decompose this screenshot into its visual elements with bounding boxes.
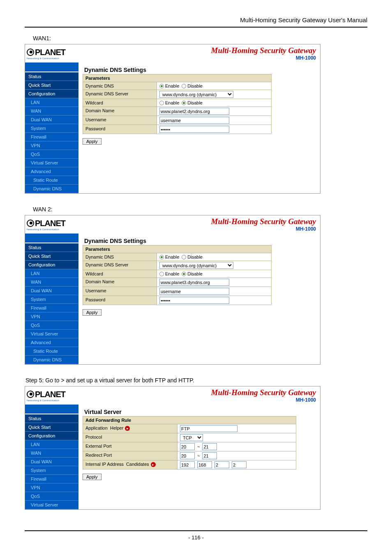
step5-text: Step 5: Go to > and set up a virtual ser…	[25, 377, 367, 384]
planet-logo-icon	[27, 220, 34, 227]
ext-from-input[interactable]	[180, 443, 195, 450]
router-ui-vs: PLANET Networking & Communication Multi-…	[25, 386, 321, 510]
external-port-label: External Port	[83, 442, 178, 451]
nav-status[interactable]: Status	[25, 72, 78, 81]
nav-configuration[interactable]: Configuration	[25, 90, 78, 98]
protocol-select[interactable]: TCP	[180, 434, 203, 441]
nav-vpn[interactable]: VPN	[25, 483, 78, 492]
ddns-disable-radio[interactable]: Disable	[182, 83, 203, 88]
vs-application-label: Application Helper▸	[83, 424, 178, 433]
red-to-input[interactable]	[202, 452, 217, 459]
ddns-title: Dynamic DNS Settings	[83, 236, 272, 245]
nav-advanced[interactable]: Advanced	[25, 338, 78, 347]
redirect-port-label: Redirect Port	[83, 451, 178, 460]
nav-qos[interactable]: QoS	[25, 492, 78, 501]
ddns-disable-radio[interactable]: Disable	[182, 254, 203, 259]
nav-quickstart[interactable]: Quick Start	[25, 423, 78, 432]
product-title: Multi-Homing Security Gateway	[211, 388, 316, 397]
product-model: MH-1000	[211, 226, 316, 232]
nav-wan[interactable]: WAN	[25, 278, 78, 287]
vs-title: Virtual Server	[83, 407, 296, 416]
nav-firewall[interactable]: Firewall	[25, 475, 78, 483]
document-header: Multi-Homing Security Gateway User's Man…	[25, 16, 367, 28]
nav-staticroute[interactable]: Static Route	[25, 347, 78, 356]
nav-wan[interactable]: WAN	[25, 107, 78, 116]
wildcard-disable-radio[interactable]: Disable	[182, 271, 203, 276]
sidebar-nav: Status Quick Start Configuration LAN WAN…	[25, 243, 78, 364]
nav-lan[interactable]: LAN	[25, 269, 78, 278]
candidates-icon[interactable]: ▸	[151, 462, 156, 467]
domain-label: Domain Name	[83, 107, 157, 116]
ip2-input[interactable]	[197, 461, 212, 468]
nav-configuration[interactable]: Configuration	[25, 432, 78, 440]
nav-vpn[interactable]: VPN	[25, 141, 78, 150]
nav-system[interactable]: System	[25, 295, 78, 304]
brand-logo: PLANET Networking & Communication	[27, 390, 65, 402]
apply-button[interactable]: Apply	[83, 309, 101, 316]
wildcard-enable-radio[interactable]: Enable	[159, 271, 179, 276]
helper-link[interactable]: Helper	[110, 426, 123, 430]
username-input[interactable]	[159, 117, 229, 124]
nav-virtualserver[interactable]: Virtual Server	[25, 159, 78, 167]
nav-dualwan[interactable]: Dual WAN	[25, 116, 78, 124]
domain-input[interactable]	[159, 279, 229, 286]
nav-firewall[interactable]: Firewall	[25, 133, 78, 141]
product-title: Multi-Homing Security Gateway	[211, 217, 316, 226]
sidebar-nav: Status Quick Start Configuration LAN WAN…	[25, 72, 78, 193]
wildcard-enable-radio[interactable]: Enable	[159, 100, 179, 105]
nav-virtualserver[interactable]: Virtual Server	[25, 330, 78, 338]
candidates-link[interactable]: Candidates	[126, 462, 149, 467]
nav-dynamicdns[interactable]: Dynamic DNS	[25, 185, 78, 193]
helper-icon[interactable]: ▸	[125, 426, 130, 431]
ddns-title: Dynamic DNS Settings	[83, 65, 272, 74]
nav-dualwan[interactable]: Dual WAN	[25, 287, 78, 295]
brand-logo: PLANET Networking & Communication	[27, 48, 65, 60]
nav-configuration[interactable]: Configuration	[25, 261, 78, 269]
apply-button[interactable]: Apply	[83, 138, 101, 145]
router-ui-wan1: PLANET Networking & Communication Multi-…	[25, 44, 321, 194]
ddns-enable-radio[interactable]: Enable	[159, 83, 179, 88]
wan1-label: WAN1:	[25, 35, 367, 42]
nav-qos[interactable]: QoS	[25, 321, 78, 330]
nav-system[interactable]: System	[25, 124, 78, 133]
nav-firewall[interactable]: Firewall	[25, 304, 78, 312]
wildcard-disable-radio[interactable]: Disable	[182, 100, 203, 105]
planet-logo-icon	[27, 49, 34, 56]
product-model: MH-1000	[211, 55, 316, 61]
nav-system[interactable]: System	[25, 466, 78, 475]
ddns-enable-radio[interactable]: Enable	[159, 254, 179, 259]
brand-logo: PLANET Networking & Communication	[27, 219, 65, 231]
password-input[interactable]	[159, 126, 229, 133]
ip1-input[interactable]	[180, 461, 195, 468]
nav-virtualserver[interactable]: Virtual Server	[25, 501, 78, 509]
password-input[interactable]	[159, 297, 229, 304]
red-from-input[interactable]	[180, 452, 195, 459]
ddns-server-select[interactable]: www.dyndns.org (dynamic)	[159, 262, 233, 269]
nav-lan[interactable]: LAN	[25, 440, 78, 449]
nav-dynamicdns[interactable]: Dynamic DNS	[25, 356, 78, 364]
apply-button[interactable]: Apply	[83, 474, 101, 480]
vs-add-rule: Add Forwarding Rule	[83, 416, 296, 424]
application-input[interactable]	[180, 425, 238, 432]
ip3-input[interactable]	[214, 461, 229, 468]
nav-vpn[interactable]: VPN	[25, 312, 78, 321]
nav-staticroute[interactable]: Static Route	[25, 176, 78, 185]
nav-status[interactable]: Status	[25, 243, 78, 252]
internal-ip-label: Internal IP Address Candidates▸	[83, 460, 178, 469]
ext-to-input[interactable]	[202, 443, 217, 450]
ip4-input[interactable]	[232, 461, 247, 468]
nav-qos[interactable]: QoS	[25, 150, 78, 159]
nav-lan[interactable]: LAN	[25, 98, 78, 107]
ddns-server-select[interactable]: www.dyndns.org (dynamic)	[159, 91, 233, 98]
username-input[interactable]	[159, 288, 229, 295]
nav-status[interactable]: Status	[25, 414, 78, 423]
domain-input[interactable]	[159, 108, 229, 115]
nav-advanced[interactable]: Advanced	[25, 167, 78, 176]
ddns-parameters: Parameters	[83, 74, 272, 82]
ddns-dynamic-label: Dynamic DNS	[83, 82, 157, 90]
product-title: Multi-Homing Security Gateway	[211, 46, 316, 55]
nav-wan[interactable]: WAN	[25, 449, 78, 458]
nav-quickstart[interactable]: Quick Start	[25, 252, 78, 261]
nav-dualwan[interactable]: Dual WAN	[25, 458, 78, 466]
nav-quickstart[interactable]: Quick Start	[25, 81, 78, 90]
